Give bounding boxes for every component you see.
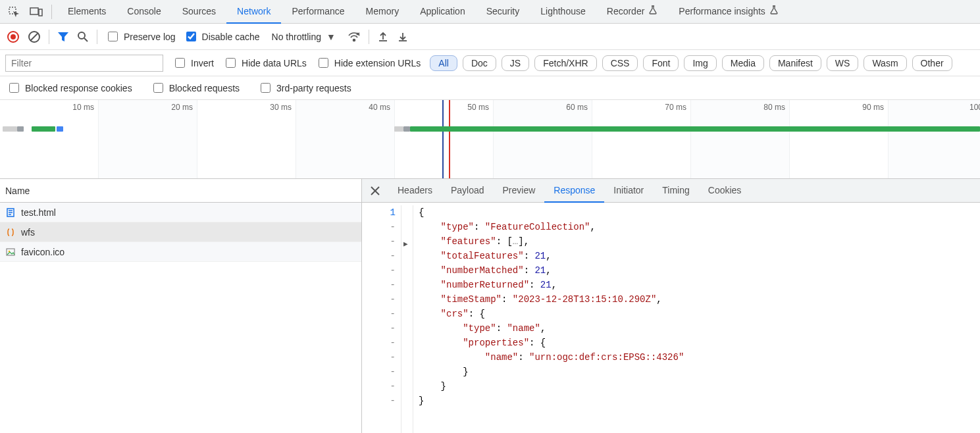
network-conditions-icon[interactable] <box>348 31 361 43</box>
panel-tab-application[interactable]: Application <box>409 0 476 24</box>
type-filter-font[interactable]: Font <box>643 55 679 71</box>
close-detail-icon[interactable] <box>366 182 384 200</box>
panel-tab-memory[interactable]: Memory <box>355 0 410 24</box>
inspect-icon[interactable] <box>4 2 24 22</box>
type-filter-ws[interactable]: WS <box>827 55 859 71</box>
panel-tab-console[interactable]: Console <box>116 0 171 24</box>
request-row[interactable]: test.html <box>0 203 361 222</box>
timeline-tick: 40 ms <box>369 103 390 112</box>
panel-tab-security[interactable]: Security <box>476 0 530 24</box>
timeline-tick: 70 ms <box>665 103 686 112</box>
img-icon <box>5 247 16 257</box>
filter-bar: Invert Hide data URLs Hide extension URL… <box>0 50 980 76</box>
svg-point-7 <box>78 32 85 39</box>
disable-cache-checkbox[interactable]: Disable cache <box>184 30 260 43</box>
timeline-tick: 100 <box>969 103 980 112</box>
network-split: Name test.htmlwfsfavicon.ico HeadersPayl… <box>0 179 980 433</box>
search-icon[interactable] <box>77 31 89 43</box>
type-filter-doc[interactable]: Doc <box>463 55 496 71</box>
panel-tab-lighthouse[interactable]: Lighthouse <box>530 0 596 24</box>
type-filter-media[interactable]: Media <box>722 55 764 71</box>
svg-rect-2 <box>39 9 42 16</box>
panel-tab-bar: ElementsConsoleSourcesNetworkPerformance… <box>0 0 980 24</box>
request-name: favicon.ico <box>21 247 64 257</box>
timeline-tick: 60 ms <box>566 103 588 112</box>
response-body[interactable]: 1------------- ▶ { "type": "FeatureColle… <box>362 203 980 433</box>
type-filter-wasm[interactable]: Wasm <box>864 55 906 71</box>
timeline-tick: 30 ms <box>270 103 292 112</box>
detail-tab-response[interactable]: Response <box>544 179 604 203</box>
throttling-value: No throttling <box>272 32 321 42</box>
throttling-select[interactable]: No throttling ▼ <box>268 32 340 42</box>
type-filter-all[interactable]: All <box>430 55 457 71</box>
separator <box>97 30 97 44</box>
svg-point-4 <box>11 34 16 39</box>
type-filter-img[interactable]: Img <box>684 55 716 71</box>
panel-tab-performance-insights[interactable]: Performance insights <box>668 0 789 24</box>
device-toolbar-icon[interactable] <box>26 2 46 22</box>
json-icon <box>5 227 16 238</box>
record-button[interactable] <box>7 30 20 43</box>
download-har-icon[interactable] <box>397 31 409 43</box>
request-row[interactable]: wfs <box>0 222 361 242</box>
detail-tab-preview[interactable]: Preview <box>494 179 545 203</box>
timeline-tick: 20 ms <box>171 103 193 112</box>
clear-button[interactable] <box>28 30 41 43</box>
blocked-requests-checkbox[interactable]: Blocked requests <box>151 81 240 95</box>
timeline-tick: 50 ms <box>467 103 489 112</box>
svg-line-8 <box>84 38 88 41</box>
type-filter-manifest[interactable]: Manifest <box>769 55 821 71</box>
hide-data-urls-checkbox[interactable]: Hide data URLs <box>223 56 307 70</box>
panel-tab-sources[interactable]: Sources <box>172 0 226 24</box>
third-party-checkbox[interactable]: 3rd-party requests <box>258 81 351 95</box>
detail-tab-timing[interactable]: Timing <box>653 179 699 203</box>
flask-icon <box>769 5 779 16</box>
preserve-log-label: Preserve log <box>124 32 176 42</box>
detail-tab-bar: HeadersPayloadPreviewResponseInitiatorTi… <box>362 179 980 203</box>
detail-tab-payload[interactable]: Payload <box>442 179 494 203</box>
doc-icon <box>5 207 16 218</box>
network-toolbar: Preserve log Disable cache No throttling… <box>0 24 980 50</box>
type-filter-css[interactable]: CSS <box>602 55 638 71</box>
panel-tab-performance[interactable]: Performance <box>281 0 355 24</box>
request-name: wfs <box>21 227 35 238</box>
request-detail-pane: HeadersPayloadPreviewResponseInitiatorTi… <box>362 179 980 433</box>
detail-tab-headers[interactable]: Headers <box>388 179 442 203</box>
request-row[interactable]: favicon.ico <box>0 242 361 262</box>
filter-icon[interactable] <box>57 31 69 43</box>
request-list: Name test.htmlwfsfavicon.ico <box>0 179 362 433</box>
resource-type-filters: AllDocJSFetch/XHRCSSFontImgMediaManifest… <box>430 55 952 71</box>
panel-tab-recorder[interactable]: Recorder <box>596 0 669 24</box>
blocked-response-cookies-checkbox[interactable]: Blocked response cookies <box>7 81 132 95</box>
preserve-log-checkbox[interactable]: Preserve log <box>105 30 176 43</box>
separator <box>49 30 49 44</box>
timeline-tick: 10 ms <box>72 103 94 112</box>
upload-har-icon[interactable] <box>377 31 389 43</box>
divider <box>51 5 52 19</box>
panel-tab-elements[interactable]: Elements <box>57 0 116 24</box>
filter-bar-2: Blocked response cookies Blocked request… <box>0 76 980 100</box>
panel-tab-network[interactable]: Network <box>226 0 281 24</box>
filter-input[interactable] <box>5 55 163 72</box>
detail-tab-cookies[interactable]: Cookies <box>699 179 751 203</box>
chevron-down-icon: ▼ <box>326 32 336 42</box>
hide-extension-urls-checkbox[interactable]: Hide extension URLs <box>316 56 421 70</box>
svg-rect-1 <box>30 8 38 14</box>
request-name: test.html <box>21 207 56 218</box>
timeline-tick: 90 ms <box>862 103 884 112</box>
waterfall-overview[interactable]: 10 ms20 ms30 ms40 ms50 ms60 ms70 ms80 ms… <box>0 100 980 179</box>
svg-line-6 <box>30 33 38 41</box>
timeline-tick: 80 ms <box>763 103 785 112</box>
disable-cache-label: Disable cache <box>202 32 260 42</box>
fold-arrow-icon[interactable]: ▶ <box>403 237 408 251</box>
type-filter-other[interactable]: Other <box>912 55 952 71</box>
request-list-header[interactable]: Name <box>0 179 361 203</box>
type-filter-js[interactable]: JS <box>502 55 529 71</box>
invert-checkbox[interactable]: Invert <box>172 56 214 70</box>
svg-point-9 <box>353 39 355 41</box>
separator <box>369 30 369 44</box>
detail-tab-initiator[interactable]: Initiator <box>604 179 653 203</box>
flask-icon <box>648 5 658 16</box>
type-filter-fetchxhr[interactable]: Fetch/XHR <box>534 55 596 71</box>
